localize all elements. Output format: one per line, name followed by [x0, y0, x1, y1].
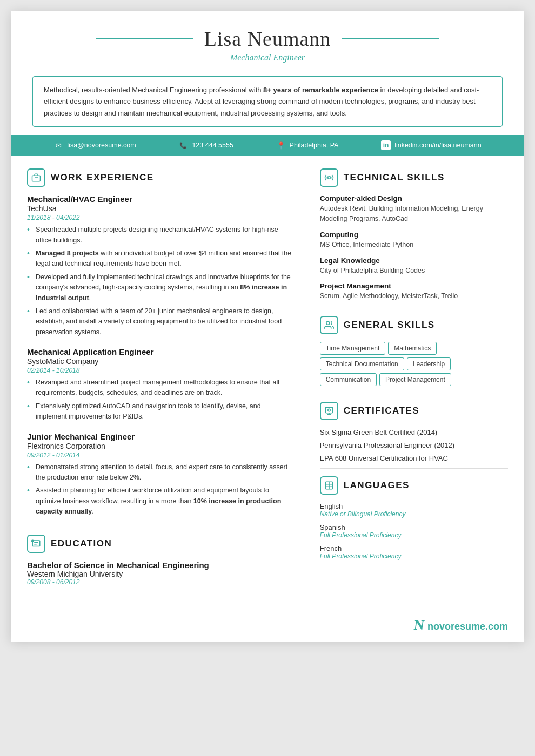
- skill-legal: Legal Knowledge City of Philadelphia Bui…: [320, 256, 508, 276]
- linkedin-icon: in: [381, 140, 391, 150]
- skill-legal-items: City of Philadelphia Building Codes: [320, 266, 508, 276]
- general-skills-header: GENERAL SKILLS: [320, 316, 508, 334]
- technical-skills-icon: [320, 168, 338, 187]
- skill-tag-communication: Communication: [320, 373, 377, 386]
- skill-cad: Computer-aided Design Autodesk Revit, Bu…: [320, 194, 508, 224]
- education-header: EDUCATION: [27, 535, 293, 553]
- contact-email: ✉ lisa@novoresume.com: [54, 141, 136, 149]
- contact-bar: ✉ lisa@novoresume.com 📞 123 444 5555 📍 P…: [11, 135, 524, 156]
- languages-title: LANGUAGES: [344, 480, 410, 491]
- lang-2-level: Full Professional Proficiency: [320, 531, 508, 539]
- skill-pm-name: Project Management: [320, 282, 508, 290]
- right-column: TECHNICAL SKILLS Computer-aided Design A…: [309, 166, 508, 596]
- skill-tag-tech-doc: Technical Documentation: [320, 357, 404, 370]
- job-1-bullet-2: Managed 8 projects with an individual bu…: [27, 248, 293, 269]
- job-1-dates: 11/2018 - 04/2022: [27, 214, 293, 221]
- edu-1-dates: 09/2008 - 06/2012: [27, 578, 293, 586]
- skills-tags-container: Time Management Mathematics Technical Do…: [320, 342, 508, 386]
- work-experience-title: WORK EXPERIENCE: [51, 172, 154, 183]
- location-icon: 📍: [276, 141, 286, 149]
- edu-1-school: Western Michigan University: [27, 570, 293, 578]
- skill-tag-mathematics: Mathematics: [388, 342, 437, 355]
- general-skills-title: GENERAL SKILLS: [344, 320, 435, 330]
- svg-rect-9: [325, 407, 333, 413]
- job-2-company: SystoMatic Company: [27, 357, 293, 366]
- education-item-1: Bachelor of Science in Mechanical Engine…: [27, 561, 293, 586]
- certificates-icon: [320, 402, 338, 420]
- logo: N novoresume.com: [414, 622, 508, 631]
- main-content: WORK EXPERIENCE Mechanical/HVAC Engineer…: [11, 166, 524, 612]
- job-2-bullet-1: Revamped and streamlined project managem…: [27, 377, 293, 399]
- cert-3: EPA 608 Universal Certification for HVAC: [320, 454, 508, 463]
- job-1-bullet-1: Spearheaded multiple projects designing …: [27, 225, 293, 246]
- lang-3-name: French: [320, 544, 508, 552]
- divider-3: [320, 394, 508, 394]
- technical-skills-title: TECHNICAL SKILLS: [344, 172, 445, 183]
- skill-pm-items: Scrum, Agile Methodology, MeisterTask, T…: [320, 291, 508, 301]
- languages-icon: [320, 476, 338, 495]
- svg-point-7: [327, 177, 330, 179]
- job-1-title: Mechanical/HVAC Engineer: [27, 194, 293, 204]
- job-1-bullet-3: Developed and fully implemented technica…: [27, 272, 293, 303]
- svg-point-8: [326, 321, 329, 325]
- skill-tag-leadership: Leadership: [407, 357, 451, 370]
- work-experience-icon: [27, 168, 45, 187]
- summary-section: Methodical, results-oriented Mechanical …: [32, 76, 503, 127]
- education-icon: [27, 535, 45, 553]
- lang-2-name: Spanish: [320, 523, 508, 531]
- header-line-left: [96, 38, 193, 39]
- job-2-title: Mechanical Application Engineer: [27, 347, 293, 356]
- job-2-dates: 02/2014 - 10/2018: [27, 367, 293, 374]
- job-3-title: Junior Mechanical Engineer: [27, 432, 293, 441]
- lang-3-level: Full Professional Proficiency: [320, 552, 508, 560]
- job-2: Mechanical Application Engineer SystoMat…: [27, 347, 293, 422]
- location-text: Philadelphia, PA: [290, 141, 339, 149]
- job-1-bullet-4: Led and collaborated with a team of 20+ …: [27, 306, 293, 338]
- skill-legal-name: Legal Knowledge: [320, 256, 508, 265]
- skill-pm: Project Management Scrum, Agile Methodol…: [320, 282, 508, 301]
- job-3-bullet-1: Demonstrated strong attention to detail,…: [27, 462, 293, 483]
- logo-text: novoresume.com: [427, 621, 508, 632]
- skill-tag-time-management: Time Management: [320, 342, 386, 355]
- divider-2: [320, 308, 508, 308]
- logo-n-icon: N: [413, 617, 425, 633]
- candidate-title: Mechanical Engineer: [43, 53, 492, 63]
- cert-2: Pennsylvania Professional Engineer (2012…: [320, 441, 508, 450]
- job-2-bullet-2: Extensively optimized AutoCAD and naviga…: [27, 401, 293, 422]
- header-name-row: Lisa Neumann: [43, 27, 492, 51]
- resume-page: Lisa Neumann Mechanical Engineer Methodi…: [11, 11, 524, 642]
- education-title: EDUCATION: [51, 538, 112, 549]
- email-icon: ✉: [54, 141, 63, 149]
- lang-1-name: English: [320, 502, 508, 510]
- skill-computing-items: MS Office, Intermediate Python: [320, 240, 508, 250]
- job-1: Mechanical/HVAC Engineer TechUsa 11/2018…: [27, 194, 293, 338]
- cert-1: Six Sigma Green Belt Certified (2014): [320, 428, 508, 437]
- skill-tag-project-mgmt: Project Management: [379, 373, 451, 386]
- left-column: WORK EXPERIENCE Mechanical/HVAC Engineer…: [27, 166, 309, 596]
- job-3-company: Flextronics Corporation: [27, 442, 293, 450]
- certificates-header: CERTIFICATES: [320, 402, 508, 420]
- phone-text: 123 444 5555: [192, 141, 233, 149]
- technical-skills-header: TECHNICAL SKILLS: [320, 168, 508, 187]
- job-3: Junior Mechanical Engineer Flextronics C…: [27, 432, 293, 517]
- edu-1-degree: Bachelor of Science in Mechanical Engine…: [27, 561, 293, 570]
- email-text: lisa@novoresume.com: [67, 141, 136, 149]
- header-line-right: [342, 38, 439, 39]
- general-skills-icon: [320, 316, 338, 334]
- summary-text: Methodical, results-oriented Mechanical …: [44, 84, 491, 119]
- skill-cad-name: Computer-aided Design: [320, 194, 508, 202]
- skill-computing: Computing MS Office, Intermediate Python: [320, 231, 508, 250]
- certificates-title: CERTIFICATES: [344, 406, 419, 416]
- svg-rect-0: [32, 176, 41, 182]
- lang-1-level: Native or Bilingual Proficiency: [320, 510, 508, 518]
- header-section: Lisa Neumann Mechanical Engineer: [11, 11, 524, 71]
- lang-3: French Full Professional Proficiency: [320, 544, 508, 560]
- lang-2: Spanish Full Professional Proficiency: [320, 523, 508, 539]
- job-2-bullets: Revamped and streamlined project managem…: [27, 377, 293, 422]
- job-1-bullets: Spearheaded multiple projects designing …: [27, 225, 293, 338]
- languages-header: LANGUAGES: [320, 476, 508, 495]
- candidate-name: Lisa Neumann: [204, 27, 331, 51]
- lang-1: English Native or Bilingual Proficiency: [320, 502, 508, 518]
- divider-4: [320, 468, 508, 469]
- job-3-dates: 09/2012 - 01/2014: [27, 451, 293, 459]
